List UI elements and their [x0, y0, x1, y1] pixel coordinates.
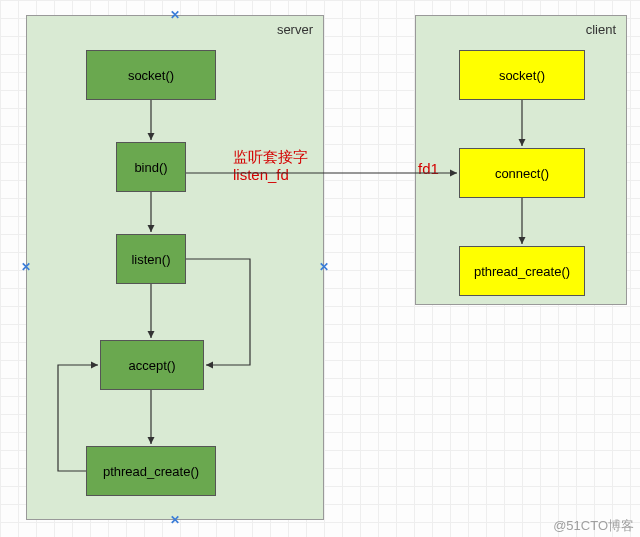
server-bind-label: bind() — [134, 160, 167, 175]
client-pthread-node: pthread_create() — [459, 246, 585, 296]
listen-note-2: listen_fd — [233, 166, 308, 184]
client-connect-label: connect() — [495, 166, 549, 181]
server-accept-label: accept() — [129, 358, 176, 373]
server-listen-node: listen() — [116, 234, 186, 284]
server-accept-node: accept() — [100, 340, 204, 390]
server-socket-node: socket() — [86, 50, 216, 100]
client-title: client — [586, 22, 616, 37]
fd1-annotation: fd1 — [418, 160, 439, 178]
marker-bottom: ✕ — [170, 513, 180, 527]
marker-top: ✕ — [170, 8, 180, 22]
server-socket-label: socket() — [128, 68, 174, 83]
server-pthread-node: pthread_create() — [86, 446, 216, 496]
marker-left: ✕ — [21, 260, 31, 274]
marker-right: ✕ — [319, 260, 329, 274]
server-title: server — [277, 22, 313, 37]
watermark: @51CTO博客 — [553, 517, 634, 535]
client-pthread-label: pthread_create() — [474, 264, 570, 279]
listen-annotation: 监听套接字 listen_fd — [233, 148, 308, 184]
client-socket-label: socket() — [499, 68, 545, 83]
server-listen-label: listen() — [131, 252, 170, 267]
server-bind-node: bind() — [116, 142, 186, 192]
server-pthread-label: pthread_create() — [103, 464, 199, 479]
client-socket-node: socket() — [459, 50, 585, 100]
listen-note-1: 监听套接字 — [233, 148, 308, 166]
client-connect-node: connect() — [459, 148, 585, 198]
